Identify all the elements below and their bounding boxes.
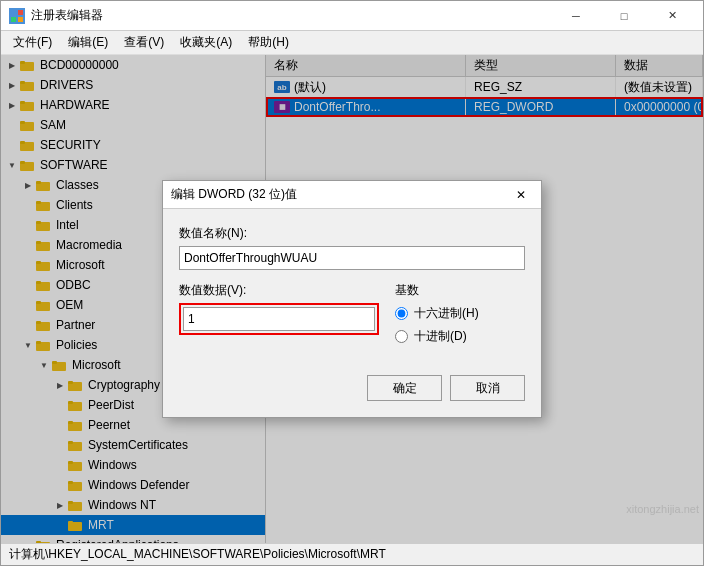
window-controls: ─ □ ✕ (553, 1, 695, 31)
name-label: 数值名称(N): (179, 225, 525, 242)
svg-rect-3 (18, 17, 23, 22)
data-input[interactable] (183, 307, 375, 331)
dialog-overlay: 编辑 DWORD (32 位)值 ✕ 数值名称(N): 数值数据(V): (1, 55, 703, 543)
data-label: 数值数据(V): (179, 282, 379, 299)
base-label: 基数 (395, 282, 525, 299)
dec-radio-label[interactable]: 十进制(D) (395, 328, 525, 345)
titlebar: 注册表编辑器 ─ □ ✕ (1, 1, 703, 31)
dec-radio[interactable] (395, 330, 408, 343)
hex-radio[interactable] (395, 307, 408, 320)
status-path: 计算机\HKEY_LOCAL_MACHINE\SOFTWARE\Policies… (9, 546, 386, 563)
name-input[interactable] (179, 246, 525, 270)
menu-item[interactable]: 收藏夹(A) (172, 32, 240, 53)
close-button[interactable]: ✕ (649, 1, 695, 31)
menu-item[interactable]: 查看(V) (116, 32, 172, 53)
base-section: 基数 十六进制(H) 十进制(D) (395, 282, 525, 351)
minimize-button[interactable]: ─ (553, 1, 599, 31)
menubar: 文件(F)编辑(E)查看(V)收藏夹(A)帮助(H) (1, 31, 703, 55)
dialog-title: 编辑 DWORD (32 位)值 (171, 186, 509, 203)
edit-dword-dialog: 编辑 DWORD (32 位)值 ✕ 数值名称(N): 数值数据(V): (162, 180, 542, 418)
dialog-titlebar: 编辑 DWORD (32 位)值 ✕ (163, 181, 541, 209)
menu-item[interactable]: 帮助(H) (240, 32, 297, 53)
main-content: ▶ BCD00000000▶ DRIVERS▶ HARDWARE SAM SEC… (1, 55, 703, 543)
value-input-wrapper (179, 303, 379, 335)
maximize-button[interactable]: □ (601, 1, 647, 31)
menu-item[interactable]: 编辑(E) (60, 32, 116, 53)
svg-rect-1 (18, 10, 23, 15)
dec-label: 十进制(D) (414, 328, 467, 345)
confirm-button[interactable]: 确定 (367, 375, 442, 401)
statusbar: 计算机\HKEY_LOCAL_MACHINE\SOFTWARE\Policies… (1, 543, 703, 565)
hex-label: 十六进制(H) (414, 305, 479, 322)
window-title: 注册表编辑器 (31, 7, 553, 24)
value-section: 数值数据(V): (179, 282, 379, 335)
svg-rect-2 (11, 17, 16, 22)
menu-item[interactable]: 文件(F) (5, 32, 60, 53)
svg-rect-0 (11, 10, 16, 15)
dialog-footer: 确定 取消 (163, 367, 541, 417)
hex-radio-label[interactable]: 十六进制(H) (395, 305, 525, 322)
app-icon (9, 8, 25, 24)
cancel-button[interactable]: 取消 (450, 375, 525, 401)
main-window: 注册表编辑器 ─ □ ✕ 文件(F)编辑(E)查看(V)收藏夹(A)帮助(H) … (0, 0, 704, 566)
dialog-close-button[interactable]: ✕ (509, 183, 533, 207)
dialog-body: 数值名称(N): 数值数据(V): 基数 (163, 209, 541, 367)
data-row: 数值数据(V): 基数 十六进制(H) (179, 282, 525, 351)
